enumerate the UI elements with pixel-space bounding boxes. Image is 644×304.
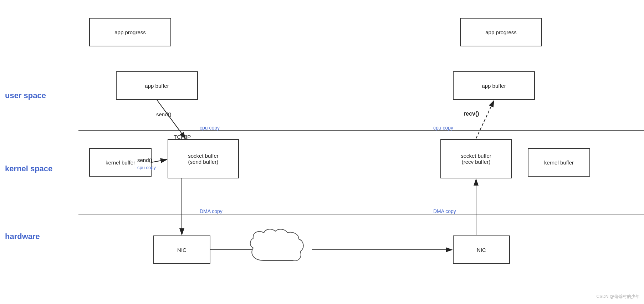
left-nic-box: NIC <box>153 235 210 264</box>
user-space-label: user space <box>5 91 46 100</box>
kernel-space-label: kernel space <box>5 164 52 173</box>
app-to-socket-arrow <box>157 100 185 138</box>
right-app-buffer-box: app buffer <box>453 71 535 100</box>
hardware-label: hardware <box>5 232 40 241</box>
dma-copy-left-label: DMA copy <box>200 208 223 214</box>
diagram: user space kernel space hardware cpu cop… <box>0 0 644 304</box>
kernel-hardware-separator <box>78 214 644 214</box>
left-socket-buffer-label: socket buffer (send buffer) <box>188 153 219 165</box>
watermark-label: CSDN @偏僻村的少年 <box>596 294 640 300</box>
send-from-app-label: send() <box>156 111 172 117</box>
left-nic-label: NIC <box>177 247 186 253</box>
right-socket-buffer-box: socket buffer (recv buffer) <box>440 139 512 178</box>
left-app-progress-box: app progress <box>89 18 171 46</box>
right-socket-buffer-label: socket buffer (recv buffer) <box>461 153 491 165</box>
left-app-buffer-box: app buffer <box>116 71 198 100</box>
right-nic-label: NIC <box>477 247 486 253</box>
cloud-shape <box>242 228 314 271</box>
cpu-copy-right-top-label: cpu copy <box>433 125 453 131</box>
left-kernel-buffer-label: kernel buffer <box>106 159 135 166</box>
right-app-buffer-label: app buffer <box>482 83 506 89</box>
right-kernel-buffer-label: kernel buffer <box>544 159 574 166</box>
user-kernel-separator <box>78 130 644 131</box>
right-kernel-buffer-box: kernel buffer <box>528 148 590 177</box>
left-app-buffer-label: app buffer <box>145 83 169 89</box>
left-app-progress-label: app progress <box>114 29 146 35</box>
right-app-progress-label: app progress <box>485 29 517 35</box>
kernel-to-socket-arrow <box>152 159 167 162</box>
cpu-copy-left-top-label: cpu copy <box>200 125 220 131</box>
tcp-ip-label: TCP/IP <box>174 134 191 140</box>
cpu-copy-left-bottom-label: cpu copy <box>137 165 156 170</box>
recv-label: recv() <box>464 111 479 117</box>
right-nic-box: NIC <box>453 235 510 264</box>
dma-copy-right-label: DMA copy <box>433 208 456 214</box>
recv-socket-to-app-arrow <box>476 101 494 138</box>
right-app-progress-box: app progress <box>460 18 542 46</box>
send-kernel-label: send() <box>137 157 153 163</box>
left-socket-buffer-box: socket buffer (send buffer) <box>168 139 239 178</box>
